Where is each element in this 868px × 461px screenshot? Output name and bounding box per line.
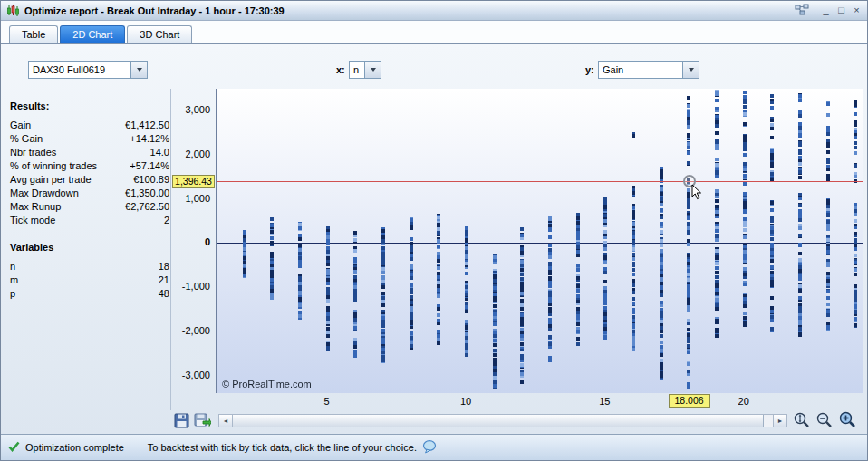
variables-heading: Variables xyxy=(10,242,169,253)
results-heading: Results: xyxy=(10,101,169,111)
x-axis-select-label: x: xyxy=(336,64,345,75)
panel-divider xyxy=(170,89,171,410)
title-bar[interactable]: Optimize report - Break Out Intraday - 1… xyxy=(1,1,867,21)
y-variable-select[interactable]: Gain xyxy=(598,61,699,79)
speech-bubble-icon xyxy=(422,440,437,456)
variable-label: n xyxy=(10,260,15,274)
dropdown-button[interactable] xyxy=(130,62,147,78)
x-tick-label: 10 xyxy=(460,396,471,407)
scrollbar-thumb[interactable] xyxy=(233,415,764,427)
y-tick-label: 0 xyxy=(170,236,210,247)
y-axis-labels: 3,0002,0001,0000-1,000-2,000-3,000 xyxy=(172,89,212,393)
hint-message: To backtest with tick by tick data, clic… xyxy=(148,442,417,453)
candlestick-chart-icon xyxy=(6,4,20,17)
result-row: Tick mode 2 xyxy=(10,214,169,227)
crosshair-horizontal-line xyxy=(217,181,863,182)
variable-label: m xyxy=(10,274,18,287)
result-label: Gain xyxy=(10,119,31,132)
optimize-report-window: Optimize report - Break Out Intraday - 1… xyxy=(0,0,868,461)
scatter-points-canvas[interactable] xyxy=(217,89,863,393)
result-label: Max Drawdown xyxy=(10,187,79,200)
result-label: Tick mode xyxy=(10,214,55,227)
result-row: Max Runup €2,762.50 xyxy=(10,200,169,214)
zoom-out-icon[interactable] xyxy=(815,412,834,431)
x-axis-labels: 5101520 xyxy=(216,393,862,409)
variable-value: 21 xyxy=(159,274,169,287)
result-value: +14.12% xyxy=(130,132,169,146)
minimize-button[interactable]: _ xyxy=(819,4,833,17)
tab-bar: Table 2D Chart 3D Chart xyxy=(1,21,867,44)
status-message: Optimization complete xyxy=(25,442,124,453)
result-value: €1,412.50 xyxy=(125,119,169,132)
results-panel: Results: Gain €1,412.50 % Gain +14.12% N… xyxy=(10,101,169,301)
x-tick-label: 5 xyxy=(324,396,330,407)
scroll-left-arrow[interactable]: ◄ xyxy=(219,415,233,427)
result-value: €2,762.50 xyxy=(125,200,169,214)
result-label: Avg gain per trade xyxy=(10,173,92,187)
x-variable-select[interactable]: n xyxy=(349,61,381,79)
variables-rows: n 18 m 21 p 48 xyxy=(10,260,169,301)
success-check-icon xyxy=(8,441,20,454)
variable-label: p xyxy=(10,287,15,301)
tab-3d-chart[interactable]: 3D Chart xyxy=(127,25,192,43)
tab-2d-chart[interactable]: 2D Chart xyxy=(60,25,125,43)
crosshair-y-value-tag: 1,396.43 xyxy=(172,175,215,188)
prorealtime-watermark: © ProRealTime.com xyxy=(222,379,312,389)
zoom-fit-vertical-icon[interactable] xyxy=(793,412,811,431)
close-button[interactable]: × xyxy=(850,4,863,17)
result-label: % of winning trades xyxy=(10,159,97,173)
result-value: €1,350.00 xyxy=(125,187,169,200)
scatter-plot[interactable]: © ProRealTime.com xyxy=(216,89,863,393)
save-icon[interactable] xyxy=(174,413,189,430)
chevron-down-icon xyxy=(689,68,694,72)
result-row: Avg gain per trade €100.89 xyxy=(10,173,169,187)
status-bar: Optimization complete To backtest with t… xyxy=(1,434,867,460)
y-tick-label: -1,000 xyxy=(170,281,210,292)
crosshair-x-value-tag: 18.006 xyxy=(669,394,710,408)
x-variable-value: n xyxy=(350,62,364,78)
result-row: % of winning trades +57.14% xyxy=(10,159,169,173)
result-value: 14.0 xyxy=(150,146,169,159)
result-row: % Gain +14.12% xyxy=(10,132,169,146)
results-rows: Gain €1,412.50 % Gain +14.12% Nbr trades… xyxy=(10,119,169,227)
window-title: Optimize report - Break Out Intraday - 1… xyxy=(24,5,795,16)
export-report-icon[interactable] xyxy=(194,413,211,430)
scrollbar-track[interactable] xyxy=(764,415,773,427)
result-label: Nbr trades xyxy=(10,146,56,159)
variable-row: n 18 xyxy=(10,260,169,274)
y-tick-label: 2,000 xyxy=(170,149,210,159)
horizontal-scrollbar[interactable]: ◄ ► xyxy=(218,414,787,427)
result-row: Gain €1,412.50 xyxy=(10,119,169,132)
chevron-down-icon xyxy=(137,68,142,72)
result-row: Nbr trades 14.0 xyxy=(10,146,169,159)
crosshair-vertical-line xyxy=(690,89,690,407)
scroll-right-arrow[interactable]: ► xyxy=(773,415,786,427)
zoom-in-icon[interactable] xyxy=(838,411,857,431)
dropdown-button[interactable] xyxy=(682,62,699,78)
y-tick-label: -2,000 xyxy=(170,325,210,336)
variable-row: m 21 xyxy=(10,274,169,287)
result-value: €100.89 xyxy=(133,173,169,187)
y-tick-label: 1,000 xyxy=(170,193,210,204)
result-label: % Gain xyxy=(10,132,43,146)
instrument-select[interactable]: DAX30 Full0619 xyxy=(28,61,148,79)
x-tick-label: 15 xyxy=(599,396,610,407)
y-variable-value: Gain xyxy=(599,62,682,78)
dropdown-button[interactable] xyxy=(364,62,381,78)
result-label: Max Runup xyxy=(10,200,61,214)
variable-value: 48 xyxy=(159,287,169,301)
chevron-down-icon xyxy=(371,68,376,72)
tab-table[interactable]: Table xyxy=(9,25,58,43)
result-value: 2 xyxy=(164,214,169,227)
maximize-button[interactable]: □ xyxy=(834,4,848,17)
mouse-cursor-icon xyxy=(691,184,702,202)
variable-value: 18 xyxy=(159,260,169,274)
link-windows-icon[interactable] xyxy=(795,4,810,18)
y-tick-label: 3,000 xyxy=(170,104,210,115)
result-row: Max Drawdown €1,350.00 xyxy=(10,187,169,200)
y-tick-label: -3,000 xyxy=(170,370,210,380)
x-tick-label: 20 xyxy=(738,396,749,407)
variable-row: p 48 xyxy=(10,287,169,301)
y-axis-select-label: y: xyxy=(585,64,594,75)
instrument-value: DAX30 Full0619 xyxy=(29,62,130,78)
